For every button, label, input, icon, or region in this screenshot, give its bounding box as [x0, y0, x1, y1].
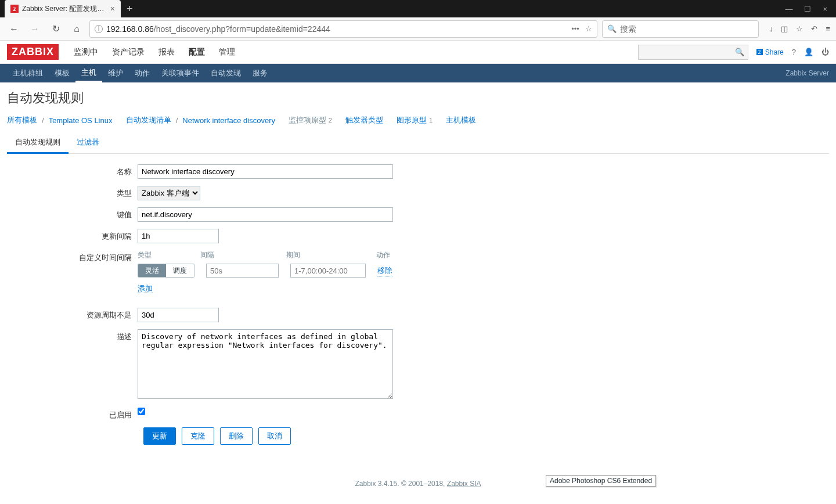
update-button[interactable]: 更新	[143, 427, 176, 445]
browser-search-box[interactable]: 🔍	[602, 20, 759, 38]
checkbox-enabled[interactable]	[138, 408, 145, 415]
nav-reload-button[interactable]: ↻	[48, 21, 64, 37]
input-keep-lost[interactable]	[138, 308, 219, 322]
subnav-actions[interactable]: 动作	[129, 64, 156, 82]
power-icon[interactable]: ⏻	[821, 48, 829, 56]
tab-title: Zabbix Server: 配置发现规则	[22, 4, 107, 14]
site-info-icon[interactable]: i	[95, 25, 103, 33]
nav-home-button[interactable]: ⌂	[69, 21, 85, 37]
subnav-correlation[interactable]: 关联项事件	[156, 64, 205, 82]
footer: Zabbix 3.4.15. © 2001–2018, Zabbix SIA	[7, 480, 829, 499]
input-update-interval[interactable]	[138, 229, 219, 243]
subnav-services[interactable]: 服务	[247, 64, 273, 82]
input-key[interactable]	[138, 207, 393, 222]
tab-filters[interactable]: 过滤器	[69, 132, 107, 153]
cancel-button[interactable]: 取消	[258, 427, 291, 445]
share-link[interactable]: zShare	[756, 48, 784, 56]
window-maximize-icon[interactable]: ☐	[804, 5, 811, 13]
textarea-description[interactable]: Discovery of network interfaces as defin…	[138, 329, 393, 399]
menu-reports[interactable]: 报表	[152, 41, 182, 64]
search-icon: 🔍	[607, 24, 617, 33]
label-key: 键值	[7, 207, 138, 220]
crumb-current[interactable]: Network interface discovery	[182, 116, 275, 125]
label-description: 描述	[7, 329, 138, 342]
window-close-icon[interactable]: ×	[823, 5, 827, 13]
crumb-host-proto[interactable]: 主机模板	[446, 115, 476, 125]
col-period: 期间	[286, 250, 365, 260]
menu-admin[interactable]: 管理	[212, 41, 242, 64]
interval-type-toggle: 灵活 调度	[138, 264, 194, 278]
new-tab-button[interactable]: +	[127, 3, 133, 15]
subnav-templates[interactable]: 模板	[49, 64, 75, 82]
col-interval: 间隔	[200, 250, 275, 260]
tab-close-icon[interactable]: ×	[110, 4, 115, 13]
crumb-discovery-list[interactable]: 自动发现清单	[126, 115, 171, 125]
crumb-graph-proto[interactable]: 图形原型 1	[397, 115, 433, 125]
subnav-maintenance[interactable]: 维护	[102, 64, 129, 82]
main-menu: 监测中 资产记录 报表 配置 管理	[67, 41, 242, 64]
nav-forward-button[interactable]: →	[27, 21, 43, 37]
menu-inventory[interactable]: 资产记录	[105, 41, 152, 64]
tab-discovery-rule[interactable]: 自动发现规则	[7, 132, 69, 154]
undo-icon[interactable]: ↶	[811, 24, 817, 33]
search-icon: 🔍	[735, 48, 744, 56]
bookmark-star-icon[interactable]: ☆	[585, 24, 592, 33]
page-title: 自动发现规则	[7, 89, 829, 107]
select-type[interactable]: Zabbix 客户端	[138, 186, 200, 200]
footer-link[interactable]: Zabbix SIA	[447, 480, 481, 488]
menu-configuration[interactable]: 配置	[182, 41, 212, 64]
input-period[interactable]	[290, 264, 366, 278]
col-type: 类型	[138, 250, 189, 260]
share-icon: z	[756, 49, 763, 55]
link-remove[interactable]: 移除	[377, 265, 392, 276]
nav-back-button[interactable]: ←	[6, 21, 22, 37]
crumb-all-templates[interactable]: 所有模板	[7, 115, 37, 125]
label-update-interval: 更新间隔	[7, 229, 138, 242]
subnav-hostgroups[interactable]: 主机群组	[7, 64, 49, 82]
label-custom-interval: 自定义时间间隔	[7, 250, 138, 263]
help-icon[interactable]: ?	[792, 48, 796, 56]
crumb-trigger-proto[interactable]: 触发器类型	[345, 115, 383, 125]
subnav-discovery[interactable]: 自动发现	[205, 64, 247, 82]
taskbar-tooltip: Adobe Photoshop CS6 Extended	[546, 475, 656, 487]
downloads-icon[interactable]: ↓	[769, 24, 773, 33]
link-add[interactable]: 添加	[138, 284, 153, 293]
zabbix-search-box[interactable]: 🔍	[638, 45, 748, 60]
menu-icon[interactable]: ≡	[826, 24, 830, 33]
delete-button[interactable]: 删除	[220, 427, 253, 445]
toggle-flexible[interactable]: 灵活	[138, 264, 166, 277]
crumb-template[interactable]: Template OS Linux	[49, 116, 113, 125]
extension-icon[interactable]: ◫	[781, 24, 788, 33]
zabbix-logo[interactable]: ZABBIX	[7, 44, 59, 60]
label-enabled: 已启用	[7, 408, 138, 420]
page-actions-icon[interactable]: •••	[571, 24, 579, 33]
label-type: 类型	[7, 186, 138, 199]
input-name[interactable]	[138, 164, 393, 179]
tab-favicon: z	[10, 5, 19, 13]
browser-search-input[interactable]	[620, 24, 754, 34]
toggle-scheduling[interactable]: 调度	[166, 264, 194, 277]
browser-tab[interactable]: z Zabbix Server: 配置发现规则 ×	[5, 0, 121, 17]
subnav-hosts[interactable]: 主机	[75, 64, 102, 82]
col-action: 动作	[376, 250, 399, 260]
label-keep-lost: 资源周期不足	[7, 308, 138, 321]
server-label: Zabbix Server	[785, 64, 829, 82]
breadcrumb: 所有模板 / Template OS Linux 自动发现清单 / Networ…	[7, 115, 829, 125]
active-arrow-icon	[85, 60, 92, 64]
clone-button[interactable]: 克隆	[182, 427, 214, 445]
url-text: 192.168.0.86/host_discovery.php?form=upd…	[106, 24, 330, 34]
library-icon[interactable]: ☆	[796, 24, 803, 33]
crumb-item-proto[interactable]: 监控项原型	[289, 116, 326, 124]
url-bar[interactable]: i 192.168.0.86/host_discovery.php?form=u…	[89, 20, 597, 38]
user-icon[interactable]: 👤	[804, 48, 813, 56]
input-interval[interactable]	[206, 264, 279, 278]
label-name: 名称	[7, 164, 138, 177]
window-minimize-icon[interactable]: —	[785, 5, 792, 13]
